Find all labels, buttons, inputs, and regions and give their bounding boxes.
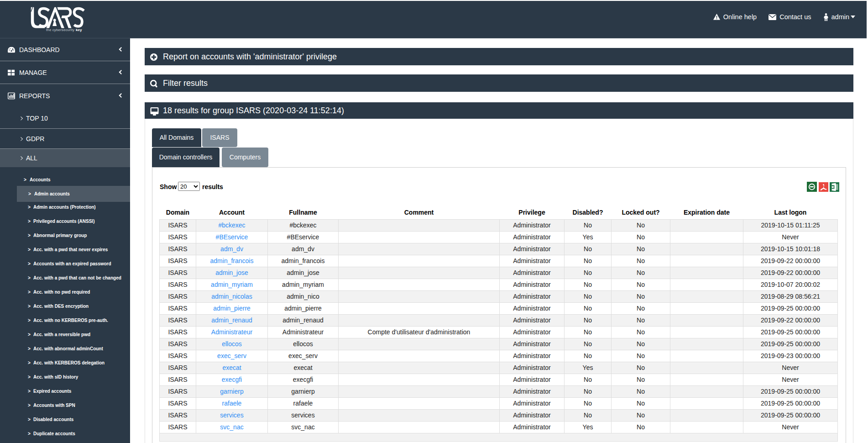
svg-text:the cybersecurity: the cybersecurity <box>46 28 74 32</box>
svg-text:key: key <box>76 28 82 32</box>
